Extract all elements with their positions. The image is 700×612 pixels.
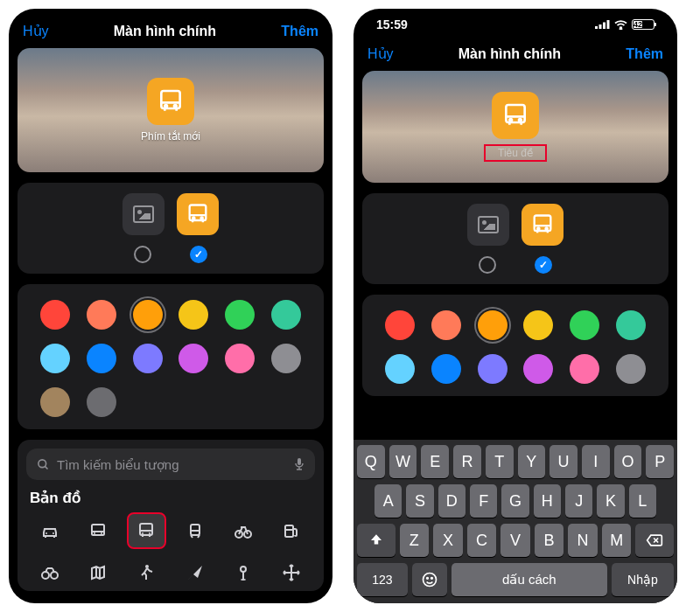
color-swatch[interactable] (385, 354, 415, 384)
icon-fuel[interactable] (272, 512, 312, 549)
backspace-key[interactable] (635, 524, 674, 557)
color-swatch[interactable] (225, 300, 255, 330)
color-swatch[interactable] (40, 300, 70, 330)
icon-car[interactable] (30, 512, 69, 549)
color-swatch[interactable] (40, 387, 70, 417)
icon-bus[interactable] (78, 512, 117, 549)
icon-truck[interactable] (127, 512, 166, 549)
icon-walk[interactable] (127, 554, 166, 591)
cancel-button[interactable]: Hủy (23, 23, 49, 39)
key-n[interactable]: N (568, 524, 598, 557)
color-swatch[interactable] (478, 354, 508, 384)
color-swatch[interactable] (616, 354, 646, 384)
key-c[interactable]: C (467, 524, 497, 557)
icon-style-panel (362, 193, 668, 284)
icon-search-input[interactable] (57, 457, 287, 472)
color-swatch[interactable] (178, 344, 208, 373)
mic-icon[interactable] (294, 457, 304, 471)
key-t[interactable]: T (486, 445, 514, 478)
icon-pin[interactable] (223, 554, 262, 591)
color-swatch[interactable] (87, 387, 116, 417)
color-swatch[interactable] (570, 354, 599, 384)
choice-photo[interactable] (122, 193, 164, 235)
color-swatch[interactable] (431, 354, 461, 384)
key-w[interactable]: W (389, 445, 417, 478)
key-d[interactable]: D (438, 484, 466, 518)
icon-search[interactable] (26, 449, 315, 480)
color-swatch[interactable] (523, 310, 553, 340)
key-j[interactable]: J (565, 484, 592, 518)
done-button[interactable]: Thêm (281, 24, 318, 39)
car-icon (39, 520, 60, 541)
svg-rect-14 (298, 458, 301, 465)
svg-rect-44 (607, 20, 610, 29)
key-o[interactable]: O (614, 445, 642, 478)
color-swatch[interactable] (133, 300, 163, 330)
key-p[interactable]: P (646, 445, 674, 478)
key-y[interactable]: Y (518, 445, 546, 478)
radio-photo[interactable] (479, 256, 496, 274)
svg-point-38 (241, 567, 246, 572)
binoculars-icon (39, 562, 60, 583)
preview-app-icon (147, 78, 194, 125)
svg-point-40 (241, 579, 246, 581)
svg-point-23 (142, 532, 144, 534)
color-swatch[interactable] (385, 310, 415, 340)
cancel-button[interactable]: Hủy (368, 45, 394, 62)
icon-tram[interactable] (175, 512, 214, 549)
move-icon (281, 562, 302, 583)
color-swatch[interactable] (431, 310, 461, 340)
key-g[interactable]: G (501, 484, 528, 518)
icon-map[interactable] (78, 554, 117, 591)
svg-point-24 (149, 532, 150, 534)
key-q[interactable]: Q (357, 445, 385, 478)
icon-binoculars[interactable] (30, 554, 69, 591)
radio-photo[interactable] (134, 246, 151, 263)
color-swatch[interactable] (178, 300, 208, 330)
color-swatch[interactable] (133, 344, 163, 373)
key-b[interactable]: B (535, 524, 564, 557)
walk-icon (136, 562, 157, 583)
choice-glyph[interactable] (177, 193, 219, 235)
key-z[interactable]: Z (400, 524, 430, 557)
color-swatch[interactable] (225, 344, 255, 373)
color-swatch[interactable] (87, 344, 116, 373)
key-k[interactable]: K (597, 484, 624, 518)
color-swatch[interactable] (570, 310, 599, 340)
signal-icon (595, 20, 610, 29)
choice-glyph[interactable] (522, 204, 564, 246)
numbers-key[interactable]: 123 (357, 563, 408, 596)
color-swatch[interactable] (40, 344, 70, 373)
enter-key[interactable]: Nhập (612, 563, 674, 596)
color-swatch[interactable] (87, 300, 116, 330)
key-m[interactable]: M (602, 524, 632, 557)
shift-key[interactable] (357, 524, 396, 557)
preview-title-input[interactable]: Tiêu đề (484, 144, 547, 162)
color-swatch[interactable] (478, 310, 508, 340)
color-swatch[interactable] (271, 344, 301, 373)
key-l[interactable]: L (629, 484, 656, 518)
key-i[interactable]: I (582, 445, 610, 478)
key-r[interactable]: R (453, 445, 481, 478)
key-u[interactable]: U (550, 445, 578, 478)
key-x[interactable]: X (433, 524, 463, 557)
key-e[interactable]: E (421, 445, 449, 478)
color-swatch[interactable] (616, 310, 646, 340)
radio-glyph[interactable] (535, 256, 552, 274)
key-v[interactable]: V (500, 524, 530, 557)
key-f[interactable]: F (470, 484, 497, 518)
icon-bike[interactable] (223, 512, 262, 549)
done-button[interactable]: Thêm (626, 46, 663, 62)
space-key[interactable]: dấu cách (452, 563, 607, 596)
choice-photo[interactable] (467, 204, 509, 246)
key-h[interactable]: H (534, 484, 561, 518)
radio-glyph[interactable] (190, 246, 207, 263)
key-a[interactable]: A (374, 484, 402, 518)
color-swatch[interactable] (271, 300, 301, 330)
color-swatch[interactable] (523, 354, 553, 384)
emoji-key[interactable] (412, 563, 447, 596)
key-s[interactable]: S (406, 484, 433, 518)
wifi-icon (614, 20, 627, 30)
icon-arrow[interactable] (175, 554, 214, 591)
icon-move[interactable] (272, 554, 312, 591)
